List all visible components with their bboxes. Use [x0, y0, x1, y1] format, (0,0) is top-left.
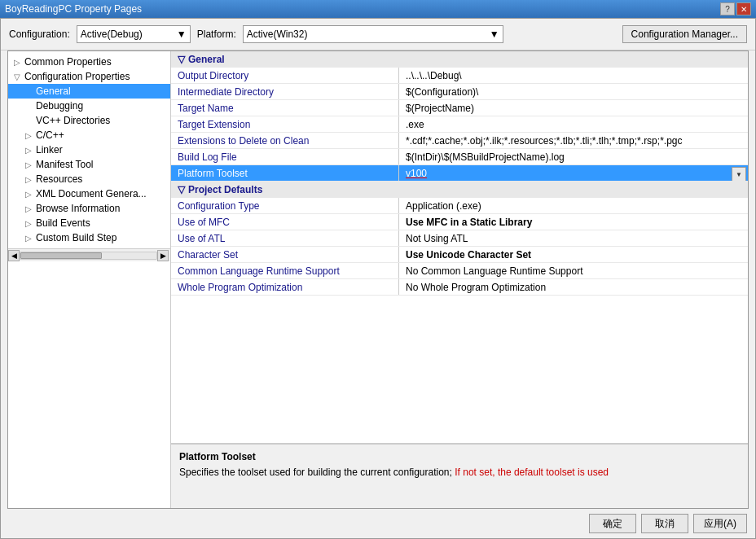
property-table: ▽ General Output Directory ..\..\..\Debu… — [171, 51, 748, 443]
title-text: BoyReadingPC Property Pages — [5, 3, 142, 15]
tree-expand-icon — [23, 115, 34, 126]
tree-item-linker[interactable]: ▷ Linker — [8, 142, 170, 157]
desc-main-text: Specifies the toolset used for building … — [179, 467, 452, 478]
prop-row-platform-toolset[interactable]: Platform Toolset v100 ▼ — [171, 165, 748, 182]
prop-name-platform-toolset: Platform Toolset — [171, 165, 399, 181]
prop-row-ext-delete[interactable]: Extensions to Delete on Clean *.cdf;*.ca… — [171, 133, 748, 149]
prop-value-build-log: $(IntDir)\$(MSBuildProjectName).log — [399, 149, 748, 164]
toolset-dropdown-button[interactable]: ▼ — [732, 167, 746, 181]
prop-name-target-name: Target Name — [171, 100, 399, 116]
tree-scrollbar[interactable]: ◀ ▶ — [8, 248, 170, 261]
tree-item-cpp[interactable]: ▷ C/C++ — [8, 128, 170, 142]
prop-row-use-atl[interactable]: Use of ATL Not Using ATL — [171, 230, 748, 247]
prop-row-use-mfc[interactable]: Use of MFC Use MFC in a Static Library — [171, 214, 748, 230]
prop-value-clr-support: No Common Language Runtime Support — [399, 263, 748, 278]
tree-label: Common Properties — [24, 56, 112, 68]
prop-name-use-atl: Use of ATL — [171, 230, 399, 246]
tree-item-build-events[interactable]: ▷ Build Events — [8, 216, 170, 230]
property-panel: ▽ General Output Directory ..\..\..\Debu… — [171, 51, 748, 508]
tree-panel: ▷ Common Properties ▽ Configuration Prop… — [8, 51, 171, 248]
tree-label: Build Events — [36, 217, 90, 229]
scroll-thumb[interactable] — [20, 252, 102, 259]
tree-label: C/C++ — [36, 129, 64, 141]
tree-label: Custom Build Step — [36, 232, 116, 243]
close-button[interactable]: ✕ — [736, 2, 751, 15]
tree-item-vc-directories[interactable]: VC++ Directories — [8, 113, 170, 128]
tree-label: Browse Information — [36, 203, 120, 214]
tree-item-common-properties[interactable]: ▷ Common Properties — [8, 55, 170, 69]
prop-row-char-set[interactable]: Character Set Use Unicode Character Set — [171, 247, 748, 263]
tree-expand-icon: ▷ — [11, 56, 23, 68]
prop-name-output-dir: Output Directory — [171, 68, 399, 83]
tree-expand-icon: ▷ — [23, 129, 34, 141]
description-text: Specifies the toolset used for building … — [179, 466, 740, 480]
tree-expand-icon — [23, 85, 34, 97]
tree-item-browse-info[interactable]: ▷ Browse Information — [8, 201, 170, 216]
content-area: ▷ Common Properties ▽ Configuration Prop… — [7, 50, 749, 509]
tree-expand-icon: ▷ — [23, 144, 34, 156]
tree-label: General — [36, 85, 71, 97]
title-bar-buttons: ? ✕ — [720, 2, 751, 15]
section-title: Project Defaults — [188, 184, 262, 195]
cancel-button[interactable]: 取消 — [641, 514, 688, 533]
prop-value-platform-toolset: v100 ▼ — [399, 165, 748, 181]
config-select[interactable]: Active(Debug) ▼ — [77, 25, 191, 43]
prop-name-config-type: Configuration Type — [171, 198, 399, 213]
general-section-header: ▽ General — [171, 51, 748, 68]
tree-label: Resources — [36, 173, 82, 185]
platform-select[interactable]: Active(Win32) ▼ — [243, 25, 503, 43]
prop-value-use-mfc: Use MFC in a Static Library — [399, 214, 748, 230]
prop-name-clr-support: Common Language Runtime Support — [171, 263, 399, 278]
section-expand-icon: ▽ — [178, 184, 185, 195]
prop-name-ext-delete: Extensions to Delete on Clean — [171, 133, 399, 148]
prop-name-use-mfc: Use of MFC — [171, 214, 399, 230]
apply-button[interactable]: 应用(A) — [693, 514, 747, 533]
tree-item-custom-build-step[interactable]: ▷ Custom Build Step — [8, 230, 170, 245]
tree-label: XML Document Genera... — [36, 188, 147, 199]
prop-value-use-atl: Not Using ATL — [399, 230, 748, 246]
tree-expand-icon: ▷ — [23, 173, 34, 185]
project-defaults-section-header: ▽ Project Defaults — [171, 182, 748, 198]
tree-expand-icon — [23, 100, 34, 112]
config-manager-button[interactable]: Configuration Manager... — [622, 25, 747, 43]
description-title: Platform Toolset — [179, 451, 740, 462]
tree-container: ▷ Common Properties ▽ Configuration Prop… — [8, 51, 171, 508]
tree-item-general[interactable]: General — [8, 84, 170, 99]
prop-value-whole-prog-opt: No Whole Program Optimization — [399, 279, 748, 295]
title-bar: BoyReadingPC Property Pages ? ✕ — [0, 0, 756, 18]
prop-value-target-name: $(ProjectName) — [399, 100, 748, 116]
config-label: Configuration: — [9, 28, 70, 40]
prop-name-target-ext: Target Extension — [171, 116, 399, 132]
prop-value-target-ext: .exe — [399, 116, 748, 132]
description-panel: Platform Toolset Specifies the toolset u… — [171, 443, 748, 508]
prop-name-build-log: Build Log File — [171, 149, 399, 164]
tree-item-xml-doc[interactable]: ▷ XML Document Genera... — [8, 186, 170, 201]
tree-item-debugging[interactable]: Debugging — [8, 99, 170, 113]
ok-button[interactable]: 确定 — [589, 514, 636, 533]
prop-value-intermediate-dir: $(Configuration)\ — [399, 84, 748, 99]
tree-expand-icon: ▷ — [23, 203, 34, 214]
scroll-left-button[interactable]: ◀ — [8, 250, 20, 261]
tree-label: Manifest Tool — [36, 159, 93, 170]
dialog: Configuration: Active(Debug) ▼ Platform:… — [0, 18, 756, 539]
prop-row-config-type[interactable]: Configuration Type Application (.exe) — [171, 198, 748, 214]
prop-row-target-ext[interactable]: Target Extension .exe — [171, 116, 748, 133]
prop-row-whole-prog-opt[interactable]: Whole Program Optimization No Whole Prog… — [171, 279, 748, 296]
section-title: General — [188, 54, 225, 65]
help-button[interactable]: ? — [720, 2, 735, 15]
scroll-right-button[interactable]: ▶ — [157, 250, 169, 261]
prop-row-output-dir[interactable]: Output Directory ..\..\..\Debug\ — [171, 68, 748, 84]
prop-name-intermediate-dir: Intermediate Directory — [171, 84, 399, 99]
prop-row-clr-support[interactable]: Common Language Runtime Support No Commo… — [171, 263, 748, 279]
prop-row-intermediate-dir[interactable]: Intermediate Directory $(Configuration)\ — [171, 84, 748, 100]
tree-item-resources[interactable]: ▷ Resources — [8, 172, 170, 186]
tree-item-manifest-tool[interactable]: ▷ Manifest Tool — [8, 157, 170, 172]
prop-row-target-name[interactable]: Target Name $(ProjectName) — [171, 100, 748, 116]
prop-row-build-log[interactable]: Build Log File $(IntDir)\$(MSBuildProjec… — [171, 149, 748, 165]
prop-name-whole-prog-opt: Whole Program Optimization — [171, 279, 399, 295]
tree-expand-icon: ▷ — [23, 217, 34, 229]
config-bar: Configuration: Active(Debug) ▼ Platform:… — [1, 19, 755, 50]
platform-label: Platform: — [197, 28, 236, 40]
tree-expand-icon: ▷ — [23, 232, 34, 243]
tree-item-configuration-properties[interactable]: ▽ Configuration Properties — [8, 69, 170, 84]
